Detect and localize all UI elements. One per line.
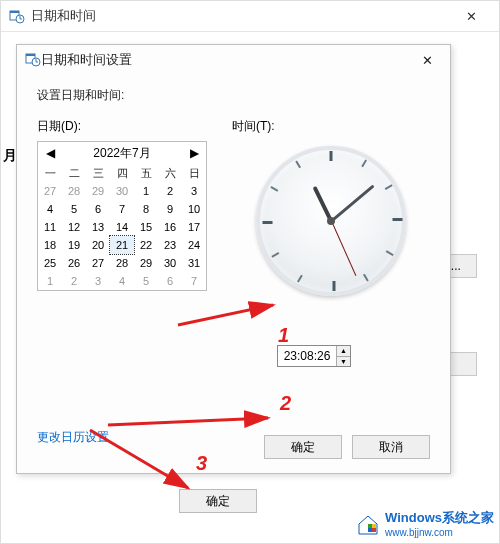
calendar-day[interactable]: 9 xyxy=(158,200,182,218)
calendar-day[interactable]: 22 xyxy=(134,236,158,254)
svg-rect-1 xyxy=(10,11,19,13)
calendar-day[interactable]: 27 xyxy=(38,182,62,200)
calendar-day[interactable]: 2 xyxy=(62,272,86,290)
calendar-day[interactable]: 13 xyxy=(86,218,110,236)
calendar-dow: 三 xyxy=(86,164,110,182)
calendar-dow: 五 xyxy=(134,164,158,182)
calendar-day[interactable]: 26 xyxy=(62,254,86,272)
calendar-day[interactable]: 1 xyxy=(134,182,158,200)
calendar-day[interactable]: 4 xyxy=(110,272,134,290)
calendar-dow: 四 xyxy=(110,164,134,182)
calendar-day[interactable]: 20 xyxy=(86,236,110,254)
calendar-dow: 二 xyxy=(62,164,86,182)
svg-rect-4 xyxy=(26,54,35,56)
calendar-dow: 六 xyxy=(158,164,182,182)
outer-window: 日期和时间 ✕ 月 D)... 日期和时间设置 xyxy=(0,0,500,544)
calendar-day[interactable]: 19 xyxy=(62,236,86,254)
calendar-day[interactable]: 3 xyxy=(182,182,206,200)
calendar-day[interactable]: 24 xyxy=(182,236,206,254)
calendar-next-button[interactable]: ▶ xyxy=(184,142,204,164)
outer-close-button[interactable]: ✕ xyxy=(451,2,491,30)
calendar-grid: 一二三四五六日 27282930123456789101112131415161… xyxy=(38,164,206,290)
calendar-day[interactable]: 4 xyxy=(38,200,62,218)
inner-title: 日期和时间设置 xyxy=(41,51,132,69)
calendar-day[interactable]: 23 xyxy=(158,236,182,254)
spin-up-button[interactable]: ▲ xyxy=(337,346,350,357)
outer-titlebar: 日期和时间 ✕ xyxy=(1,1,499,31)
clock-second-hand xyxy=(331,221,356,276)
calendar-day[interactable]: 11 xyxy=(38,218,62,236)
chevron-down-icon: ▼ xyxy=(340,358,347,365)
calendar-day[interactable]: 21 xyxy=(110,236,134,254)
calendar-day[interactable]: 6 xyxy=(158,272,182,290)
close-icon: ✕ xyxy=(466,9,477,24)
calendar-day[interactable]: 8 xyxy=(134,200,158,218)
chevron-right-icon: ▶ xyxy=(190,146,199,160)
chevron-up-icon: ▲ xyxy=(340,347,347,354)
partial-label: 月 xyxy=(3,147,17,165)
time-input[interactable] xyxy=(278,346,336,366)
calendar-prev-button[interactable]: ◀ xyxy=(40,142,60,164)
calendar-day[interactable]: 28 xyxy=(110,254,134,272)
date-label: 日期(D): xyxy=(37,118,222,135)
calendar-day[interactable]: 3 xyxy=(86,272,110,290)
svg-rect-12 xyxy=(372,528,376,532)
time-spinner[interactable]: ▲ ▼ xyxy=(277,345,351,367)
svg-rect-9 xyxy=(368,524,372,528)
calendar-month-label[interactable]: 2022年7月 xyxy=(93,145,150,162)
clock-minute-hand xyxy=(330,184,374,222)
datetime-icon xyxy=(9,8,25,24)
outer-title: 日期和时间 xyxy=(31,7,96,25)
calendar-day[interactable]: 27 xyxy=(86,254,110,272)
calendar-day[interactable]: 15 xyxy=(134,218,158,236)
calendar-day[interactable]: 14 xyxy=(110,218,134,236)
watermark: Windows系统之家 www.bjjnw.com xyxy=(355,509,494,538)
calendar-dow: 日 xyxy=(182,164,206,182)
calendar-day[interactable]: 16 xyxy=(158,218,182,236)
analog-clock xyxy=(251,141,411,301)
watermark-line1: Windows系统之家 xyxy=(385,509,494,527)
inner-close-button[interactable]: ✕ xyxy=(412,46,442,74)
datetime-settings-dialog: 日期和时间设置 ✕ 设置日期和时间: 日期(D): ◀ xyxy=(16,44,451,474)
calendar-day[interactable]: 17 xyxy=(182,218,206,236)
calendar-day[interactable]: 28 xyxy=(62,182,86,200)
svg-rect-11 xyxy=(368,528,372,532)
clock-center xyxy=(327,217,335,225)
calendar-day[interactable]: 25 xyxy=(38,254,62,272)
calendar-day[interactable]: 1 xyxy=(38,272,62,290)
calendar-day[interactable]: 31 xyxy=(182,254,206,272)
outer-ok-button[interactable]: 确定 xyxy=(179,489,257,513)
calendar-day[interactable]: 18 xyxy=(38,236,62,254)
calendar-day[interactable]: 10 xyxy=(182,200,206,218)
prompt-label: 设置日期和时间: xyxy=(37,87,430,104)
calendar-dow: 一 xyxy=(38,164,62,182)
inner-cancel-button[interactable]: 取消 xyxy=(352,435,430,459)
calendar-day[interactable]: 5 xyxy=(62,200,86,218)
change-calendar-settings-link[interactable]: 更改日历设置 xyxy=(37,429,109,446)
calendar-day[interactable]: 29 xyxy=(86,182,110,200)
watermark-line2: www.bjjnw.com xyxy=(385,527,494,538)
inner-titlebar: 日期和时间设置 ✕ xyxy=(17,45,450,75)
time-label: 时间(T): xyxy=(232,118,430,135)
calendar-day[interactable]: 30 xyxy=(158,254,182,272)
close-icon: ✕ xyxy=(422,53,433,68)
calendar-day[interactable]: 6 xyxy=(86,200,110,218)
calendar[interactable]: ◀ 2022年7月 ▶ 一二三四五六日 27282930123456789101… xyxy=(37,141,207,291)
inner-ok-button[interactable]: 确定 xyxy=(264,435,342,459)
calendar-day[interactable]: 7 xyxy=(182,272,206,290)
calendar-day[interactable]: 12 xyxy=(62,218,86,236)
chevron-left-icon: ◀ xyxy=(46,146,55,160)
svg-rect-10 xyxy=(372,524,376,528)
house-logo-icon xyxy=(355,512,381,536)
calendar-day[interactable]: 29 xyxy=(134,254,158,272)
spin-down-button[interactable]: ▼ xyxy=(337,357,350,367)
calendar-day[interactable]: 5 xyxy=(134,272,158,290)
calendar-day[interactable]: 7 xyxy=(110,200,134,218)
datetime-icon xyxy=(25,51,41,70)
calendar-day[interactable]: 2 xyxy=(158,182,182,200)
outer-body: 月 D)... 日期和时间设置 ✕ xyxy=(1,31,499,541)
calendar-day[interactable]: 30 xyxy=(110,182,134,200)
inner-body: 设置日期和时间: 日期(D): ◀ 2022年7月 ▶ xyxy=(17,75,450,473)
